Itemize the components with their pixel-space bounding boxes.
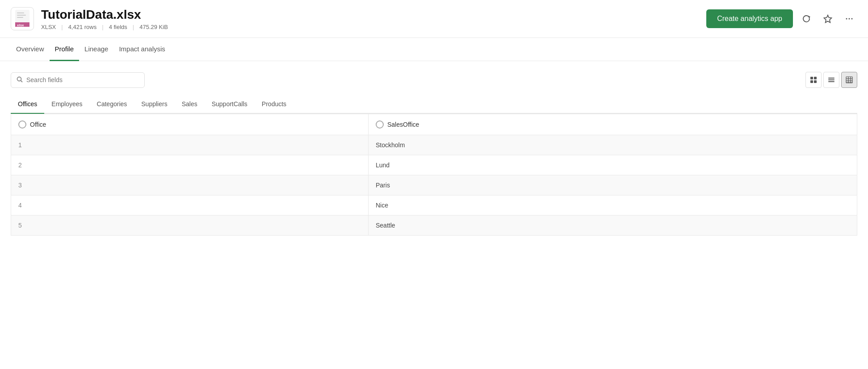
view-toggle bbox=[805, 72, 857, 88]
cell-office-num-2: 2 bbox=[11, 155, 369, 175]
cell-salesoffice-4: Nice bbox=[368, 195, 857, 216]
tab-profile[interactable]: Profile bbox=[50, 38, 80, 61]
svg-rect-3 bbox=[17, 12, 24, 13]
grid-view-button[interactable] bbox=[805, 72, 822, 88]
sub-tab-supportcalls[interactable]: SupportCalls bbox=[205, 95, 255, 114]
data-table: Office SalesOffice 1 Stockholm 2 bbox=[11, 114, 857, 236]
file-info: xlsx TutorialData.xlsx XLSX | 4,421 rows… bbox=[11, 7, 168, 30]
salesoffice-radio[interactable] bbox=[376, 120, 384, 129]
sub-tab-products[interactable]: Products bbox=[255, 95, 294, 114]
cell-office-num-4: 4 bbox=[11, 195, 369, 216]
cell-office-num-3: 3 bbox=[11, 175, 369, 195]
svg-rect-14 bbox=[810, 80, 813, 83]
svg-rect-5 bbox=[17, 17, 23, 18]
cell-office-num-1: 1 bbox=[11, 135, 369, 155]
toolbar bbox=[11, 72, 857, 88]
col-header-salesoffice: SalesOffice bbox=[368, 114, 857, 135]
svg-rect-18 bbox=[828, 81, 834, 82]
star-icon[interactable] bbox=[820, 11, 836, 27]
svg-marker-6 bbox=[824, 15, 832, 23]
sub-tab-sales[interactable]: Sales bbox=[175, 95, 205, 114]
content-area: Offices Employees Categories Suppliers S… bbox=[0, 61, 868, 246]
svg-rect-12 bbox=[810, 77, 813, 79]
svg-rect-15 bbox=[814, 80, 817, 83]
search-bar[interactable] bbox=[11, 72, 145, 88]
svg-point-8 bbox=[849, 18, 850, 20]
tab-overview[interactable]: Overview bbox=[11, 38, 50, 61]
svg-rect-16 bbox=[828, 78, 834, 79]
table-row: 4 Nice bbox=[11, 195, 857, 216]
svg-point-10 bbox=[17, 77, 21, 81]
sub-tab-offices[interactable]: Offices bbox=[11, 95, 44, 114]
page-header: xlsx TutorialData.xlsx XLSX | 4,421 rows… bbox=[0, 0, 868, 38]
search-icon bbox=[17, 76, 23, 84]
header-actions: Create analytics app bbox=[706, 9, 857, 28]
sub-tabs: Offices Employees Categories Suppliers S… bbox=[11, 95, 857, 114]
table-row: 5 Seattle bbox=[11, 216, 857, 236]
svg-point-9 bbox=[851, 18, 853, 20]
file-title: TutorialData.xlsx bbox=[41, 8, 168, 22]
cell-salesoffice-3: Paris bbox=[368, 175, 857, 195]
create-analytics-app-button[interactable]: Create analytics app bbox=[706, 9, 793, 28]
cell-salesoffice-2: Lund bbox=[368, 155, 857, 175]
tab-impact-analysis[interactable]: Impact analysis bbox=[113, 38, 170, 61]
refresh-icon[interactable] bbox=[798, 11, 814, 27]
svg-line-11 bbox=[21, 80, 23, 82]
more-options-icon[interactable] bbox=[841, 11, 857, 27]
cell-salesoffice-5: Seattle bbox=[368, 216, 857, 236]
file-meta: XLSX | 4,421 rows | 4 fields | 475.29 Ki… bbox=[41, 24, 168, 30]
tab-lineage[interactable]: Lineage bbox=[79, 38, 113, 61]
svg-rect-4 bbox=[17, 15, 26, 16]
table-row: 1 Stockholm bbox=[11, 135, 857, 155]
svg-rect-17 bbox=[828, 79, 834, 80]
file-rows: 4,421 rows bbox=[68, 24, 97, 30]
cell-office-num-5: 5 bbox=[11, 216, 369, 236]
svg-text:xlsx: xlsx bbox=[17, 23, 24, 27]
list-view-button[interactable] bbox=[823, 72, 839, 88]
file-fields: 4 fields bbox=[109, 24, 127, 30]
table-view-button[interactable] bbox=[841, 72, 857, 88]
file-icon: xlsx bbox=[11, 7, 34, 30]
sub-tab-employees[interactable]: Employees bbox=[44, 95, 89, 114]
main-tabs: Overview Profile Lineage Impact analysis bbox=[0, 38, 868, 61]
svg-rect-13 bbox=[814, 77, 817, 79]
sub-tab-categories[interactable]: Categories bbox=[90, 95, 134, 114]
office-radio[interactable] bbox=[18, 120, 26, 129]
search-input[interactable] bbox=[26, 76, 139, 83]
sub-tab-suppliers[interactable]: Suppliers bbox=[134, 95, 174, 114]
file-size: 475.29 KiB bbox=[139, 24, 168, 30]
svg-point-7 bbox=[846, 18, 847, 20]
file-type: XLSX bbox=[41, 24, 56, 30]
col-header-office: Office bbox=[11, 114, 369, 135]
table-row: 2 Lund bbox=[11, 155, 857, 175]
table-row: 3 Paris bbox=[11, 175, 857, 195]
cell-salesoffice-1: Stockholm bbox=[368, 135, 857, 155]
